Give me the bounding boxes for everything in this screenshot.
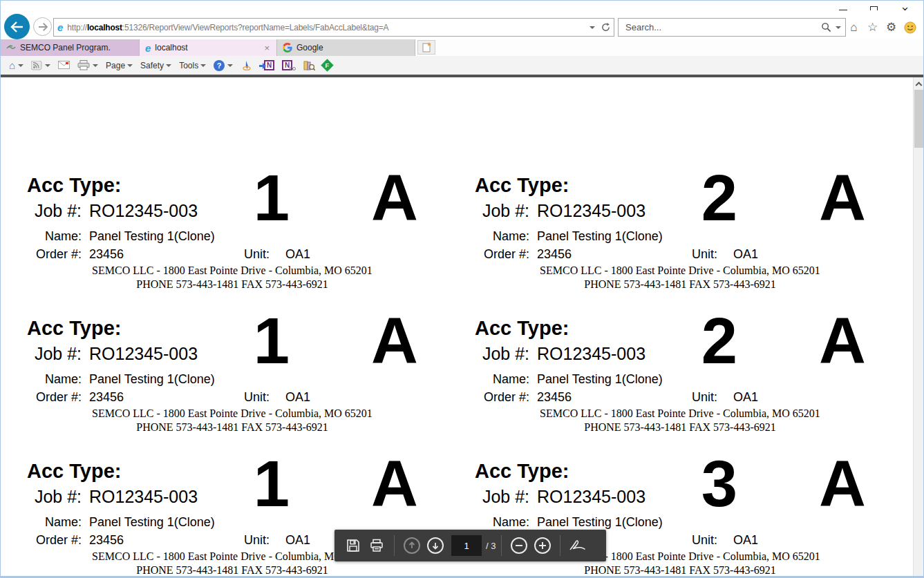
job-label: Job #: — [462, 201, 529, 221]
addon-f-button[interactable]: F — [321, 58, 333, 73]
chevron-down-icon — [200, 64, 206, 67]
browser-window: × e http://localhost:51326/ReportView/Vi… — [0, 0, 924, 578]
page-menu-label: Page — [106, 61, 125, 70]
address-bar[interactable]: e http://localhost:51326/ReportView/View… — [53, 18, 614, 37]
acc-type-label: Acc Type: — [462, 317, 569, 340]
search-box — [618, 18, 846, 37]
tab-bar: SEMCO Panel Program. e localhost × Googl… — [1, 39, 923, 56]
feeds-menu-button[interactable] — [30, 58, 52, 73]
settings-gear-icon[interactable]: ⚙ — [882, 19, 901, 37]
new-tab-button[interactable] — [417, 40, 435, 55]
chevron-down-icon — [227, 64, 233, 67]
print-menu-button[interactable] — [76, 58, 100, 73]
research-button[interactable] — [302, 58, 317, 73]
order-label: Order #: — [462, 247, 529, 262]
tab-label: Google — [296, 43, 323, 52]
new-tab-icon — [422, 42, 431, 52]
save-button[interactable] — [343, 534, 364, 557]
save-floppy-icon — [346, 539, 360, 552]
zoom-in-button[interactable] — [532, 534, 553, 557]
arrow-down-icon — [431, 541, 440, 550]
name-value: Panel Testing 1(Clone) — [89, 372, 215, 387]
tab-close-icon[interactable]: × — [263, 43, 271, 53]
arrow-up-icon — [408, 541, 416, 550]
previous-page-button[interactable] — [402, 534, 422, 557]
onenote-linked-notes-pen-button[interactable] — [239, 58, 253, 73]
unit-label: Unit: — [244, 390, 270, 405]
research-books-icon — [303, 60, 315, 71]
panel-number: 3 — [685, 452, 754, 517]
ie-page-icon: e — [57, 21, 63, 33]
search-input[interactable] — [624, 21, 821, 33]
f-diamond-icon: F — [321, 59, 333, 71]
help-menu-button[interactable]: ? — [212, 58, 234, 73]
scroll-up-button[interactable] — [914, 77, 923, 88]
safety-menu[interactable]: Safety — [139, 58, 173, 73]
zoom-out-button[interactable] — [509, 534, 529, 557]
phone-fax-line: PHONE 573-443-1481 FAX 573-443-6921 — [462, 278, 898, 291]
order-value: 23456 — [537, 390, 572, 405]
onenote-linked-notes-button[interactable]: N — [281, 58, 297, 73]
scrollbar-thumb[interactable] — [914, 90, 923, 148]
back-button[interactable] — [4, 14, 30, 39]
unit-value: OA1 — [733, 247, 758, 262]
vertical-scrollbar[interactable] — [913, 77, 923, 576]
forward-button[interactable] — [33, 17, 52, 36]
label-cell: Acc Type: Job #: RO12345-003 Name: Panel… — [462, 317, 898, 434]
pdf-toolbar: / 3 — [334, 530, 606, 561]
tab-semco-panel-program[interactable]: SEMCO Panel Program. — [1, 39, 140, 56]
job-label: Job #: — [462, 487, 529, 507]
unit-value: OA1 — [733, 390, 758, 405]
page-number-input[interactable] — [451, 535, 482, 556]
open-in-acrobat-button[interactable] — [567, 534, 588, 557]
print-button[interactable] — [366, 534, 387, 557]
printer-icon — [370, 539, 384, 552]
acc-type-label: Acc Type: — [462, 460, 569, 483]
order-label: Order #: — [15, 390, 82, 405]
home-menu-button[interactable]: ⌂ — [8, 58, 25, 73]
url-path: :51326/ReportView/ViewReports?reportName… — [122, 23, 388, 32]
job-number: RO12345-003 — [537, 201, 645, 221]
tab-label: SEMCO Panel Program. — [20, 43, 111, 52]
back-arrow-icon — [10, 21, 24, 32]
tools-menu-label: Tools — [179, 61, 198, 70]
company-address-line: SEMCO LLC - 1800 East Pointe Drive - Col… — [15, 264, 450, 277]
feedback-smiley-icon[interactable] — [901, 19, 919, 37]
send-to-onenote-button[interactable]: N — [258, 58, 276, 73]
page-menu[interactable]: Page — [104, 58, 134, 73]
name-value: Panel Testing 1(Clone) — [537, 372, 663, 387]
job-number: RO12345-003 — [537, 344, 645, 364]
panel-number: 2 — [685, 309, 754, 374]
tools-menu[interactable]: Tools — [178, 58, 207, 73]
home-icon[interactable]: ⌂ — [845, 19, 863, 37]
tab-label: localhost — [155, 43, 187, 52]
next-page-button[interactable] — [425, 534, 446, 557]
search-dropdown-icon[interactable] — [836, 26, 841, 29]
address-dropdown-icon[interactable] — [590, 26, 595, 29]
forward-arrow-icon — [37, 23, 48, 31]
safety-menu-label: Safety — [140, 61, 164, 70]
minus-icon — [516, 545, 522, 546]
label-cell: Acc Type: Job #: RO12345-003 Name: Panel… — [462, 174, 898, 291]
tab-google[interactable]: Google — [277, 39, 415, 56]
panel-number: 1 — [237, 452, 306, 517]
search-icon[interactable] — [821, 22, 831, 32]
rss-feeds-icon — [31, 61, 42, 70]
order-value: 23456 — [89, 533, 124, 548]
ie-favicon: e — [145, 42, 151, 54]
tab-localhost[interactable]: e localhost × — [140, 39, 277, 56]
mail-icon — [58, 61, 70, 70]
order-value: 23456 — [537, 247, 572, 262]
command-bar: ⌂ Page Safety Tools ? N — [1, 56, 923, 75]
favorites-star-icon[interactable]: ☆ — [863, 19, 882, 37]
refresh-icon[interactable] — [601, 22, 611, 32]
tag-letter: A — [802, 452, 883, 517]
phone-fax-line: PHONE 573-443-1481 FAX 573-443-6921 — [462, 564, 898, 576]
company-address-line: SEMCO LLC - 1800 East Pointe Drive - Col… — [462, 264, 898, 277]
read-mail-button[interactable] — [57, 58, 71, 73]
job-label: Job #: — [15, 344, 82, 364]
toolbar-separator — [560, 535, 560, 556]
name-value: Panel Testing 1(Clone) — [537, 515, 663, 530]
tag-letter: A — [355, 452, 435, 517]
job-label: Job #: — [15, 201, 82, 221]
